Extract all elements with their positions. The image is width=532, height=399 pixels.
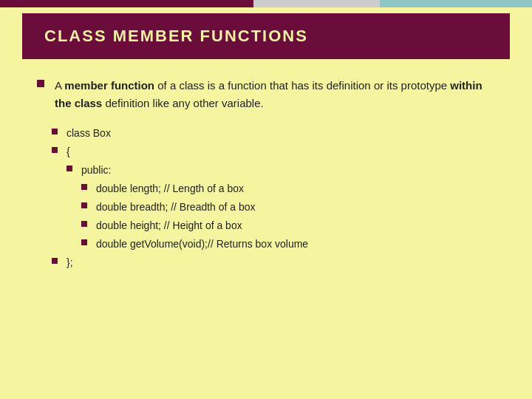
main-paragraph: A member function of a class is a functi… [55,77,495,112]
code-text-1: class Box [66,126,111,141]
code-line-1: class Box [52,126,495,141]
code-line-8: }; [52,255,495,270]
code-text-7: double getVolume(void);// Returns box vo… [96,236,308,252]
top-bar-segment-dark [0,0,253,7]
code-bullet-8 [52,258,58,264]
code-text-8: }; [66,255,73,270]
main-bullet-item: A member function of a class is a functi… [37,77,495,112]
code-line-2: { [52,144,495,160]
code-bullet-4 [81,184,87,190]
code-text-4: double length; // Length of a box [96,181,244,197]
code-text-5: double breadth; // Breadth of a box [96,200,256,215]
code-text-6: double height; // Height of a box [96,218,242,233]
code-bullet-5 [81,202,87,208]
top-bar [0,0,532,7]
slide-header: CLASS MEMBER FUNCTIONS [22,13,510,59]
code-line-5: double breadth; // Breadth of a box [81,200,495,215]
code-line-6: double height; // Height of a box [81,218,495,233]
slide-content: A member function of a class is a functi… [0,59,532,288]
top-bar-segment-teal [380,0,532,7]
code-text-3: public: [81,163,111,178]
code-line-7: double getVolume(void);// Returns box vo… [81,236,495,252]
code-bullet-7 [81,239,87,245]
code-text-2: { [66,144,70,160]
code-bullet-1 [52,129,58,134]
code-bullet-6 [81,221,87,227]
header-title: CLASS MEMBER FUNCTIONS [44,27,308,45]
code-section: class Box { public: double length; // Le… [52,126,495,270]
code-bullet-3 [66,166,72,171]
code-bullet-2 [52,147,58,153]
code-line-3: public: [66,163,495,178]
bold-member-function: member function [64,79,154,92]
bullet-icon [37,80,44,87]
top-bar-segment-gray [253,0,380,7]
code-line-4: double length; // Length of a box [81,181,495,197]
